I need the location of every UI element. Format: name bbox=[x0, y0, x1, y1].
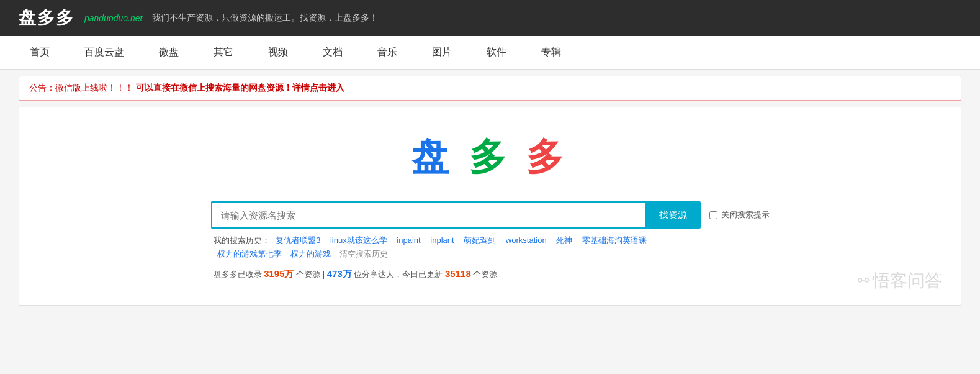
stats-middle1: 个资源 | bbox=[296, 270, 327, 279]
stats-count1: 3195万 bbox=[264, 268, 294, 279]
nav-item-home[interactable]: 首页 bbox=[12, 36, 67, 69]
history-item-9[interactable]: 权力的游戏 bbox=[290, 249, 331, 260]
search-toggle-label[interactable]: 关闭搜索提示 bbox=[709, 209, 770, 221]
search-input[interactable] bbox=[211, 201, 645, 229]
logo-char3: 多 bbox=[526, 136, 569, 178]
search-toggle-checkbox[interactable] bbox=[709, 211, 717, 219]
history-item-3[interactable]: inplant bbox=[430, 235, 454, 245]
announcement-text: 公告：微信版上线啦！！！ 可以直接在微信上搜索海量的网盘资源！详情点击进入 bbox=[29, 83, 344, 93]
nav-item-doc[interactable]: 文档 bbox=[305, 36, 360, 69]
site-title: 盘多多 bbox=[19, 6, 74, 30]
nav-item-image[interactable]: 图片 bbox=[415, 36, 469, 69]
announcement-bar[interactable]: 公告：微信版上线啦！！！ 可以直接在微信上搜索海量的网盘资源！详情点击进入 bbox=[19, 76, 961, 101]
history-area: 我的搜索历史： 复仇者联盟3 linux就该这么学 inpaint inplan… bbox=[211, 235, 770, 246]
history-item-4[interactable]: 萌妃驾到 bbox=[464, 235, 496, 245]
nav-item-video[interactable]: 视频 bbox=[251, 36, 305, 69]
stats-suffix: 个资源 bbox=[473, 270, 497, 279]
logo: 盘 多 多 bbox=[411, 136, 569, 178]
main-content: 盘 多 多 找资源 关闭搜索提示 我的搜索历史： 复仇者联盟3 linux就该这… bbox=[19, 107, 961, 306]
clear-history-button[interactable]: 清空搜索历史 bbox=[339, 249, 388, 260]
nav-item-weipan[interactable]: 微盘 bbox=[142, 36, 196, 69]
history-item-1[interactable]: linux就该这么学 bbox=[330, 235, 387, 245]
watermark-icon: ⚯ bbox=[858, 273, 869, 289]
search-toggle-text: 关闭搜索提示 bbox=[721, 209, 770, 221]
history-item-7[interactable]: 零基础海淘英语课 bbox=[582, 235, 647, 245]
nav-item-other[interactable]: 其它 bbox=[196, 36, 251, 69]
logo-char1: 盘 bbox=[411, 136, 454, 178]
stats-middle2: 位分享达人，今日已更新 bbox=[354, 270, 443, 279]
logo-char2: 多 bbox=[469, 136, 511, 178]
watermark-text: 悟客问答 bbox=[873, 269, 942, 293]
announcement-highlight[interactable]: 可以直接在微信上搜索海量的网盘资源！详情点击进入 bbox=[136, 83, 344, 93]
site-domain: panduoduo.net bbox=[84, 13, 142, 23]
history-item-8[interactable]: 权力的游戏第七季 bbox=[217, 249, 282, 260]
history-item-5[interactable]: workstation bbox=[506, 235, 547, 245]
header: 盘多多 panduoduo.net 我们不生产资源，只做资源的搬运工。找资源，上… bbox=[0, 0, 980, 36]
stats-count3: 35118 bbox=[445, 268, 471, 279]
stats-prefix: 盘多多已收录 bbox=[214, 270, 262, 279]
stats-count2: 473万 bbox=[327, 268, 352, 279]
history-area-row2: 权力的游戏第七季 权力的游戏 清空搜索历史 bbox=[211, 249, 770, 260]
watermark: ⚯ 悟客问答 bbox=[858, 269, 942, 293]
history-label: 我的搜索历史： bbox=[214, 235, 270, 245]
announcement-prefix: 公告：微信版上线啦！！！ bbox=[29, 83, 133, 93]
navigation: 首页 百度云盘 微盘 其它 视频 文档 音乐 图片 软件 专辑 bbox=[0, 36, 980, 70]
history-item-6[interactable]: 死神 bbox=[556, 235, 572, 245]
logo-area: 盘 多 多 bbox=[32, 132, 948, 183]
history-item-2[interactable]: inpaint bbox=[397, 235, 420, 245]
nav-item-music[interactable]: 音乐 bbox=[360, 36, 415, 69]
search-button[interactable]: 找资源 bbox=[645, 201, 701, 229]
history-item-0[interactable]: 复仇者联盟3 bbox=[276, 235, 320, 245]
site-slogan: 我们不生产资源，只做资源的搬运工。找资源，上盘多多！ bbox=[152, 12, 378, 24]
nav-item-album[interactable]: 专辑 bbox=[524, 36, 578, 69]
stats-area: 盘多多已收录 3195万 个资源 | 473万 位分享达人，今日已更新 3511… bbox=[211, 268, 770, 280]
search-area: 找资源 关闭搜索提示 bbox=[211, 201, 770, 229]
nav-item-software[interactable]: 软件 bbox=[469, 36, 524, 69]
nav-item-baidu[interactable]: 百度云盘 bbox=[67, 36, 142, 69]
